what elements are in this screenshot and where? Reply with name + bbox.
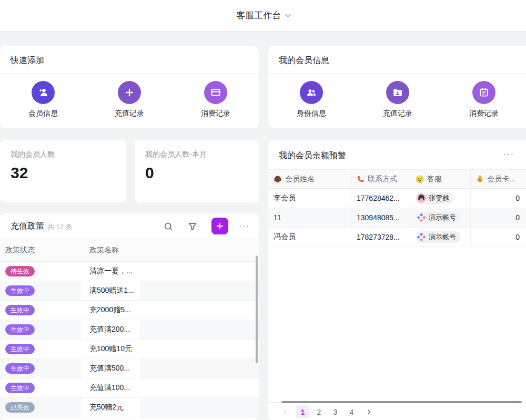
prev-page-button[interactable] [280, 405, 293, 418]
quick-add-card: 快速添加 会员信息 充值记录 消费记录 [0, 46, 259, 128]
add-consume-record-button[interactable]: 消费记录 [173, 81, 259, 118]
agent-chip: 演示帐号 [416, 231, 461, 243]
table-row[interactable]: 生效中 充值满500... [0, 359, 259, 378]
next-page-button[interactable] [361, 405, 375, 418]
action-label: 充值记录 [115, 109, 144, 118]
table-row[interactable]: 生效中 充值满200... [0, 320, 259, 340]
table-header: 会员姓名 联系方式 客服 $ 会员卡... [268, 170, 526, 189]
status-badge: 生效中 [5, 363, 35, 374]
table-header: 政策状态 政策名称 [0, 239, 259, 262]
more-button[interactable]: ··· [239, 221, 250, 230]
divider [234, 222, 234, 230]
table-row[interactable]: 11 130948085... 演示帐号 0 [268, 208, 526, 228]
more-button[interactable]: ··· [503, 149, 514, 158]
table-row[interactable]: 已失效 充50赠2元 [0, 398, 259, 417]
policy-name: 充50赠2元 [82, 398, 140, 417]
stat-label: 我的会员人数 [11, 150, 116, 159]
stat-value: 32 [11, 164, 116, 182]
people-icon [300, 81, 323, 104]
consume-records-button[interactable]: 消费记录 [441, 81, 526, 118]
search-icon[interactable] [163, 221, 174, 232]
action-label: 会员信息 [28, 109, 58, 118]
diamond-logo [417, 213, 426, 222]
member-card-balance: 0 [471, 228, 526, 247]
svg-text:$: $ [479, 178, 481, 182]
woman-emoji-icon [274, 175, 282, 183]
identity-info-button[interactable]: 身份信息 [268, 81, 355, 118]
column-label: 政策状态 [0, 245, 82, 255]
policy-name: 充值满200... [82, 320, 140, 339]
policy-name: 充值满500... [82, 359, 140, 378]
column-label: 会员姓名 [285, 175, 315, 184]
horizontal-scrollbar[interactable] [281, 401, 522, 403]
member-card-balance: 0 [471, 208, 526, 227]
agent-name: 演示帐号 [429, 232, 456, 242]
action-label: 充值记录 [383, 109, 412, 118]
member-info-actions: 身份信息 充值记录 消费记录 [268, 74, 526, 118]
page-button-4[interactable]: 4 [345, 405, 358, 418]
recharge-records-button[interactable]: 充值记录 [355, 81, 441, 118]
quick-add-actions: 会员信息 充值记录 消费记录 [0, 74, 259, 118]
stat-card-member-count: 我的会员人数 32 [0, 140, 126, 202]
chevron-left-icon [284, 409, 289, 415]
plus-icon [215, 221, 225, 231]
table-row[interactable]: 待生效 清凉一夏，... [0, 262, 259, 281]
agent-chip: 张雯越 [416, 192, 454, 204]
column-label: 会员卡... [487, 175, 515, 184]
policy-name: 清凉一夏，... [82, 262, 140, 281]
balance-table-body: 李会员 177628462... 张雯越 0 11 130948085... [268, 189, 526, 247]
status-badge: 待生效 [5, 266, 35, 276]
policy-name: 充100赠10元 [82, 340, 140, 358]
stat-label: 我的会员人数-本月 [145, 150, 248, 159]
member-phone: 130948085... [351, 208, 410, 227]
status-badge: 生效中 [5, 285, 35, 296]
agent-name: 张雯越 [429, 193, 449, 203]
card-title: 我的会员余额预警 [279, 150, 346, 161]
smiley-emoji-icon [416, 175, 424, 183]
stat-card-member-count-month: 我的会员人数-本月 0 [135, 140, 259, 202]
status-badge: 生效中 [5, 383, 35, 393]
status-badge: 已失效 [5, 402, 35, 413]
balance-warning-card: 我的会员余额预警 ··· 会员姓名 联系方式 客服 $ 会员卡... 李会员 1… [268, 140, 526, 420]
agent-name: 演示帐号 [429, 213, 456, 222]
add-member-button[interactable]: 会员信息 [0, 81, 86, 118]
recharge-policy-card: 充值政策 共 12 条 ··· 政策状态 政策名称 待生效 清凉一夏，... 生… [0, 213, 259, 420]
action-label: 身份信息 [297, 109, 326, 118]
column-label: 政策名称 [82, 245, 140, 255]
record-count: 共 12 条 [47, 222, 73, 232]
add-recharge-record-button[interactable]: 充值记录 [86, 81, 173, 118]
policy-name: 满500赠送1... [82, 281, 140, 300]
member-name: 冯会员 [268, 228, 351, 247]
policy-table-body: 待生效 清凉一夏，... 生效中 满500赠送1... 生效中 充2000赠5.… [0, 262, 259, 417]
card-title: 我的会员信息 [268, 46, 526, 74]
moneybag-emoji-icon: $ [476, 175, 484, 183]
stat-value: 0 [145, 164, 248, 182]
table-row[interactable]: 李会员 177628462... 张雯越 0 [268, 189, 526, 208]
action-label: 消费记录 [201, 109, 230, 118]
page-button-1[interactable]: 1 [296, 405, 309, 418]
pagination: 1 2 3 4 [280, 405, 375, 418]
vertical-scrollbar[interactable] [256, 255, 258, 363]
table-row[interactable]: 生效中 充值满100... [0, 378, 259, 398]
chevron-down-icon [285, 12, 290, 17]
status-badge: 生效中 [5, 344, 35, 354]
status-badge: 生效中 [5, 324, 35, 335]
member-phone: 177628462... [351, 189, 410, 208]
my-member-info-card: 我的会员信息 身份信息 充值记录 消费记录 [268, 46, 526, 128]
table-row[interactable]: 生效中 充100赠10元 [0, 340, 259, 359]
filter-icon[interactable] [187, 221, 198, 232]
phone-emoji-icon [357, 175, 365, 183]
plus-icon [118, 81, 141, 104]
member-name: 李会员 [268, 189, 351, 208]
column-label: 客服 [427, 175, 442, 184]
workspace-switcher[interactable]: 客服工作台 [237, 9, 290, 22]
page-button-3[interactable]: 3 [329, 405, 342, 418]
add-policy-button[interactable] [211, 218, 228, 234]
table-row[interactable]: 生效中 满500赠送1... [0, 281, 259, 301]
table-row[interactable]: 生效中 充2000赠5... [0, 301, 259, 320]
table-row[interactable]: 冯会员 178273728... 演示帐号 0 [268, 228, 526, 247]
card-title: 快速添加 [0, 46, 259, 74]
page-button-2[interactable]: 2 [312, 405, 326, 418]
policy-name: 充值满100... [82, 378, 140, 397]
member-name: 11 [268, 208, 351, 227]
